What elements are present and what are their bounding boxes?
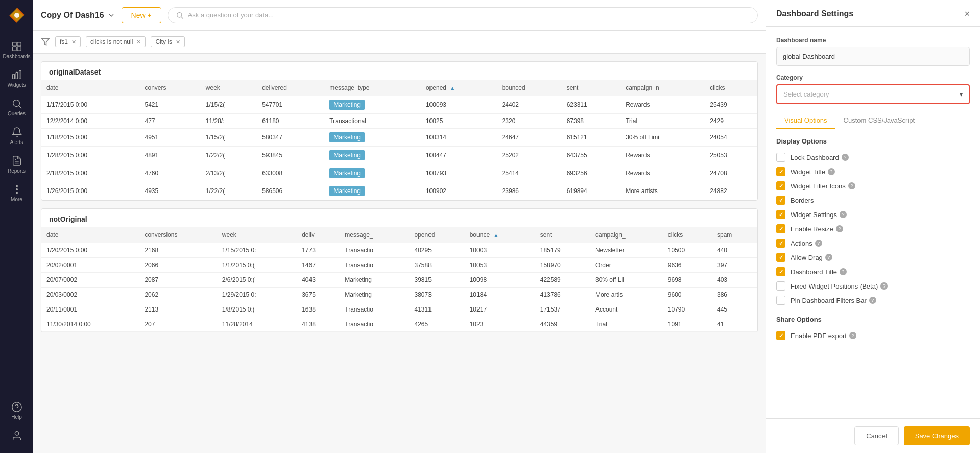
save-changes-button[interactable]: Save Changes: [904, 426, 970, 445]
svg-point-15: [12, 402, 21, 412]
category-select[interactable]: Select category ▾: [776, 84, 970, 104]
option-widget-settings: Widget Settings ?: [776, 207, 970, 222]
svg-point-18: [177, 12, 181, 17]
table-row: 1/26/2015 0:00 4935 1/22/2( 586506 Marke…: [41, 182, 757, 200]
sidebar-item-help[interactable]: Help: [11, 396, 22, 425]
filter-tag-city[interactable]: City is ✕: [151, 36, 185, 47]
table-scroll-notoriginal[interactable]: date conversions week deliv message_ ope…: [41, 227, 757, 332]
category-placeholder: Select category: [783, 90, 829, 98]
filter-tag-clicks[interactable]: clicks is not null ✕: [86, 36, 146, 47]
svg-rect-7: [19, 71, 21, 79]
checkbox-widget-settings[interactable]: [776, 210, 785, 219]
svg-marker-20: [42, 38, 50, 45]
col2-message: message_: [340, 227, 409, 243]
sidebar-item-queries[interactable]: Queries: [0, 93, 33, 122]
svg-rect-5: [12, 74, 14, 79]
col-opened[interactable]: opened ▲: [421, 80, 497, 96]
svg-point-8: [13, 100, 19, 107]
option-widget-filter-icons: Widget Filter Icons ?: [776, 179, 970, 193]
cancel-button[interactable]: Cancel: [854, 426, 898, 445]
filter-icon: [41, 37, 50, 46]
top-header: Copy Of Dash16 New + Ask a question of y…: [33, 0, 766, 31]
sidebar-label-help: Help: [11, 414, 22, 420]
option-label-borders: Borders: [791, 197, 814, 204]
checkbox-enable-resize[interactable]: [776, 224, 785, 233]
checkbox-fixed-widget-positions[interactable]: [776, 281, 785, 291]
option-label-actions: Actions: [791, 240, 812, 247]
option-label-lock-dashboard: Lock Dashboard: [791, 154, 839, 161]
svg-point-17: [15, 432, 18, 435]
logo[interactable]: [7, 5, 27, 26]
dashboard-name-input[interactable]: [776, 47, 970, 66]
search-icon: [176, 11, 184, 19]
option-label-allow-drag: Allow Drag: [791, 254, 823, 261]
checkbox-lock-dashboard[interactable]: [776, 153, 785, 162]
sidebar-item-reports[interactable]: Reports: [0, 150, 33, 179]
col2-date: date: [41, 227, 139, 243]
filter-close-clicks[interactable]: ✕: [136, 39, 141, 45]
col2-week: week: [217, 227, 297, 243]
col-sent: sent: [562, 80, 621, 96]
checkbox-widget-title[interactable]: [776, 167, 785, 176]
help-icon-widget-settings[interactable]: ?: [840, 211, 847, 218]
svg-line-19: [181, 17, 183, 19]
svg-point-12: [16, 185, 17, 187]
table-header-row-original: date convers week delivered message_type…: [41, 80, 757, 96]
option-actions: Actions ?: [776, 236, 970, 250]
col-message-type: message_type: [324, 80, 421, 96]
content-area: originalDataset date convers week delive…: [33, 54, 766, 453]
help-icon-widget-filter-icons[interactable]: ?: [848, 182, 855, 189]
svg-rect-1: [12, 42, 16, 46]
help-icon-lock-dashboard[interactable]: ?: [842, 154, 849, 161]
help-icon-dashboard-title[interactable]: ?: [840, 268, 847, 275]
help-icon-widget-title[interactable]: ?: [828, 168, 835, 175]
option-fixed-widget-positions: Fixed Widget Positions (Beta) ?: [776, 279, 970, 293]
filter-close-fs1[interactable]: ✕: [71, 39, 76, 45]
option-label-widget-title: Widget Title: [791, 168, 825, 176]
option-label-widget-filter-icons: Widget Filter Icons: [791, 182, 846, 190]
table-row: 1/18/2015 0:00 4951 1/15/2( 580347 Marke…: [41, 129, 757, 147]
option-allow-drag: Allow Drag ?: [776, 250, 970, 265]
table-scroll-original[interactable]: date convers week delivered message_type…: [41, 80, 757, 200]
close-button[interactable]: ×: [964, 9, 970, 18]
help-icon-enable-resize[interactable]: ?: [836, 225, 843, 232]
option-label-enable-resize: Enable Resize: [791, 225, 833, 233]
option-label-widget-settings: Widget Settings: [791, 211, 837, 219]
checkbox-widget-filter-icons[interactable]: [776, 181, 785, 190]
help-icon-allow-drag[interactable]: ?: [825, 254, 832, 261]
checkbox-actions[interactable]: [776, 239, 785, 248]
dashboard-title-dropdown[interactable]: Copy Of Dash16: [41, 11, 115, 20]
col2-bounce[interactable]: bounce ▲: [465, 227, 535, 243]
sidebar-item-more[interactable]: More: [0, 179, 33, 207]
checkbox-allow-drag[interactable]: [776, 253, 785, 262]
help-icon-fixed-widget-positions[interactable]: ?: [880, 282, 888, 290]
checkbox-pin-dashboard-filters[interactable]: [776, 296, 785, 305]
option-label-enable-pdf-export: Enable PDF export: [791, 332, 847, 340]
table-header-row-notoriginal: date conversions week deliv message_ ope…: [41, 227, 757, 243]
help-icon-actions[interactable]: ?: [815, 240, 822, 247]
sidebar-item-user[interactable]: [11, 425, 22, 448]
checkbox-enable-pdf-export[interactable]: [776, 331, 785, 340]
sidebar-label-reports: Reports: [8, 168, 26, 174]
table-section-original: originalDataset date convers week delive…: [41, 61, 758, 201]
filter-tag-fs1[interactable]: fs1 ✕: [55, 36, 81, 47]
tab-custom-css[interactable]: Custom CSS/JavaScript: [835, 112, 923, 129]
checkbox-borders[interactable]: [776, 196, 785, 205]
tab-visual-options[interactable]: Visual Options: [776, 112, 835, 129]
table-title-original: originalDataset: [41, 62, 757, 80]
sidebar-item-alerts[interactable]: Alerts: [0, 122, 33, 150]
new-button[interactable]: New +: [122, 7, 161, 23]
table-title-notoriginal: notOriginal: [41, 209, 757, 227]
filter-close-city[interactable]: ✕: [176, 39, 180, 45]
sidebar-item-widgets[interactable]: Widgets: [0, 64, 33, 93]
col-delivered: delivered: [257, 80, 324, 96]
table-row: 1/20/2015 0:00 2168 1/15/2015 0: 1773 Tr…: [41, 243, 757, 258]
search-bar[interactable]: Ask a question of your data...: [168, 7, 758, 23]
chevron-down-icon: [107, 11, 115, 19]
table-row: 20/02/0001 2066 1/1/2015 0:( 1467 Transa…: [41, 258, 757, 273]
help-icon-pin-dashboard-filters[interactable]: ?: [869, 297, 876, 304]
help-icon-enable-pdf-export[interactable]: ?: [849, 332, 856, 339]
checkbox-dashboard-title[interactable]: [776, 267, 785, 276]
col2-spam: spam: [712, 227, 757, 243]
sidebar-item-dashboards[interactable]: Dashboards: [0, 36, 33, 64]
